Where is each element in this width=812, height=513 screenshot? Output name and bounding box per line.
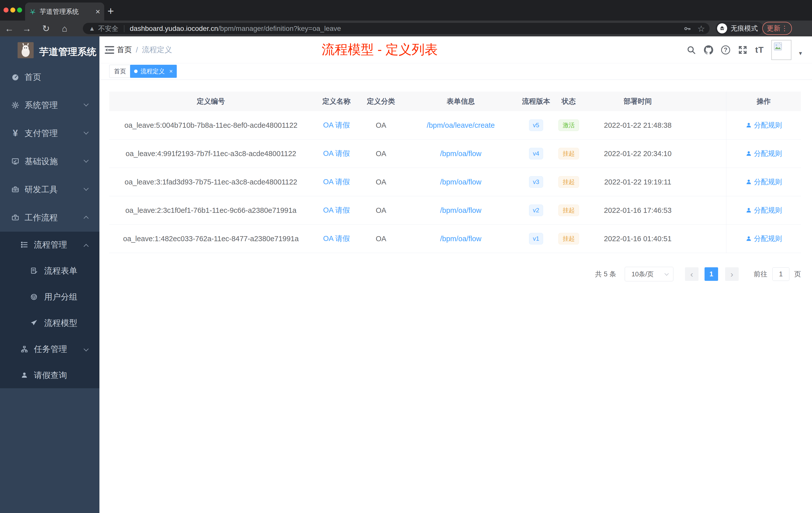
definition-id: oa_leave:3:1fad3d93-7b75-11ec-a3c8-acde4… [109,168,313,196]
sidebar-item-system[interactable]: 系统管理 [0,91,99,119]
sidebar-item-task-manage[interactable]: 任务管理 [0,336,99,362]
breadcrumb: 首页 / 流程定义 [117,36,172,63]
key-icon[interactable] [684,25,691,32]
form-link[interactable]: /bpm/oa/flow [440,178,481,186]
form-icon [30,267,38,275]
sidebar-item-infra[interactable]: 基础设施 [0,147,99,175]
url-domain: dashboard.yudao.iocoder.cn [130,25,218,33]
close-tag-icon[interactable]: × [169,68,173,75]
status-badge: 挂起 [558,176,579,188]
yen-icon: ¥ [11,129,20,138]
font-size-icon[interactable]: tT [755,45,764,55]
definition-name-link[interactable]: OA 请假 [323,120,350,130]
new-tab-button[interactable]: + [108,5,114,17]
sidebar-item-leave-query[interactable]: 请假查询 [0,362,99,388]
current-page-button[interactable]: 1 [704,267,718,281]
deploy-time: 2022-01-16 17:46:53 [585,196,691,224]
deploy-time: 2022-01-22 21:48:38 [585,111,691,139]
sidebar-item-process-form[interactable]: 流程表单 [0,258,99,284]
definition-name-link[interactable]: OA 请假 [323,205,350,215]
fullscreen-icon[interactable] [738,45,748,55]
monitor-icon [11,157,20,165]
tree-icon [20,345,29,353]
sidebar-item-devtools[interactable]: 研发工具 [0,175,99,204]
forward-icon[interactable]: → [21,21,33,36]
definition-table: 定义编号 定义名称 定义分类 表单信息 流程版本 状态 部署时间 操作 oa_l… [109,92,801,253]
prev-page-button[interactable]: ‹ [685,267,698,281]
chevron-down-icon [84,158,89,163]
security-label[interactable]: 不安全 [98,24,118,33]
page-size-select[interactable]: 10条/页 [625,267,673,281]
close-window-button[interactable] [3,7,8,12]
version-badge: v2 [529,205,543,216]
collapse-sidebar-icon[interactable] [104,44,115,56]
main-area: 首页 / 流程定义 流程模型 - 定义列表 ? [99,36,812,513]
pagination: 共 5 条 10条/页 ‹ 1 › 前往 页 [109,267,801,281]
assign-rule-link[interactable]: 分配规则 [746,120,782,130]
tag-home[interactable]: 首页 [109,65,131,78]
form-link[interactable]: /bpm/oa/leave/create [427,121,495,129]
page-content: 定义编号 定义名称 定义分类 表单信息 流程版本 状态 部署时间 操作 oa_l… [99,80,812,281]
sidebar-item-user-group[interactable]: 用户分组 [0,284,99,310]
assign-rule-link[interactable]: 分配规则 [746,149,782,158]
version-badge: v5 [529,119,543,131]
status-badge: 挂起 [558,148,579,159]
url-divider [124,25,124,32]
tag-process-definition[interactable]: 流程定义 × [130,65,177,78]
active-tag-dot [134,69,138,73]
dashboard-icon [11,73,20,81]
robot-icon [30,293,38,301]
minimize-window-button[interactable] [10,7,15,12]
search-icon[interactable] [687,45,696,55]
reload-icon[interactable]: ↻ [40,21,52,36]
sidebar-item-payment[interactable]: ¥ 支付管理 [0,119,99,147]
help-icon[interactable]: ? [721,46,730,55]
breadcrumb-current: 流程定义 [142,45,172,55]
definition-name-link[interactable]: OA 请假 [323,149,350,159]
form-link[interactable]: /bpm/oa/flow [440,235,481,243]
assign-rule-link[interactable]: 分配规则 [746,234,782,243]
goto-page-input[interactable] [772,267,789,281]
address-bar[interactable]: ▲ 不安全 dashboard.yudao.iocoder.cn /bpm/ma… [83,23,709,34]
update-label[interactable]: 更新 [767,24,780,33]
definition-name-link[interactable]: OA 请假 [323,177,350,187]
version-badge: v4 [529,148,543,159]
incognito-badge: 无痕模式 [716,22,763,35]
assign-rule-link[interactable]: 分配规则 [746,206,782,215]
sidebar-item-home[interactable]: 首页 [0,63,99,91]
chevron-down-icon [84,101,89,107]
form-link[interactable]: /bpm/oa/flow [440,150,481,158]
sidebar-item-workflow[interactable]: 工作流程 [0,204,99,232]
chevron-up-icon [84,244,89,249]
browser-tab[interactable]: 芋道管理系统 × [25,2,104,21]
sidebar-item-process-manage[interactable]: 流程管理 [0,232,99,258]
github-icon[interactable] [703,45,714,55]
list-icon [20,240,29,249]
bookmark-star-icon[interactable]: ☆ [697,24,705,34]
assign-rule-link[interactable]: 分配规则 [746,177,782,187]
home-icon[interactable]: ⌂ [58,21,71,36]
definition-category: OA [360,168,402,196]
browser-menu-icon[interactable]: ⋮ [781,24,788,32]
form-link[interactable]: /bpm/oa/flow [440,206,481,215]
chevron-up-icon [84,216,89,221]
definition-name-link[interactable]: OA 请假 [323,234,350,244]
chevron-down-icon [84,129,89,134]
zoom-window-button[interactable] [17,7,22,12]
chevron-down-icon [84,346,89,351]
tab-title: 芋道管理系统 [40,7,93,16]
close-tab-icon[interactable]: × [95,7,100,16]
next-page-button[interactable]: › [725,267,739,281]
browser-window: 芋道管理系统 × + ← → ↻ ⌂ ▲ 不安全 dashboard.yudao… [0,0,812,513]
tags-view-bar: 首页 流程定义 × [99,63,812,80]
breadcrumb-home[interactable]: 首页 [117,45,132,55]
deploy-time: 2022-01-16 01:40:51 [585,224,691,253]
caret-down-icon[interactable]: ▾ [799,50,802,57]
sidebar-item-process-model[interactable]: 流程模型 [0,310,99,336]
incognito-icon [717,23,727,33]
back-icon[interactable]: ← [3,21,16,36]
toolbox-icon [11,185,20,194]
user-avatar-broken-image[interactable] [771,40,791,60]
chevron-down-icon [665,272,669,276]
browser-update-button[interactable]: 更新 ⋮ [762,22,792,35]
